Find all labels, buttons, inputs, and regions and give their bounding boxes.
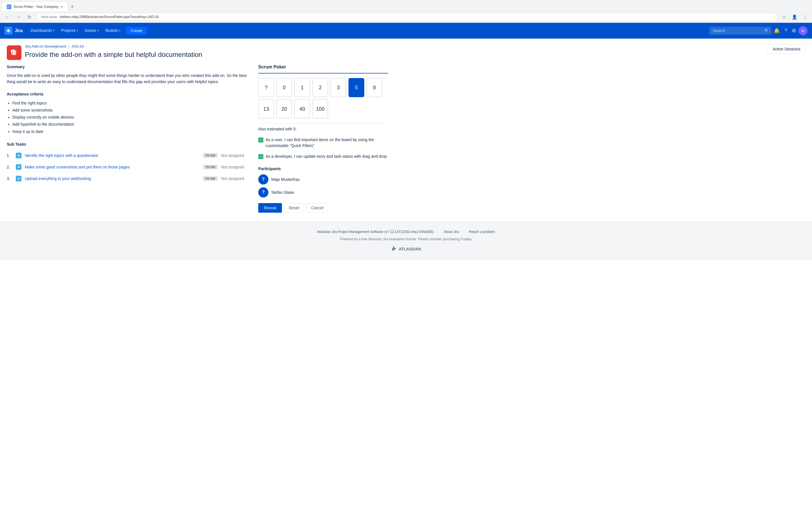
summary-title: Summary [7,64,249,69]
atlassian-logo: ATLASSIAN [7,245,805,252]
forward-button[interactable]: → [15,13,22,20]
participant-1-avatar: ? [258,174,268,184]
criteria-item: Display correctly on mobile devices [12,114,249,121]
footer-report-link[interactable]: Report a problem [469,230,495,234]
criteria-list: Find the right topics Add some screensho… [7,100,249,135]
estimated-item-2-icon: ✓ [258,154,263,159]
poker-card-1[interactable]: 1 [294,78,310,97]
reveal-button[interactable]: Reveal [258,203,282,213]
atlassian-label: ATLASSIAN [399,247,421,251]
breadcrumb-area: ♠ Jira Add-on Development / JAD-24 Provi… [0,39,812,64]
breadcrumb-issue-key[interactable]: JAD-24 [71,44,84,48]
criteria-item: Keep it up to date [12,128,249,135]
address-url-text: stefans-mbp:2990/jira/secure/ScrumPoker.… [59,15,158,19]
search-icon: 🔍 [764,29,769,33]
action-buttons: Reveal Reset Cancel [258,203,388,213]
issues-label: Issues [85,28,96,33]
atlassian-icon [391,245,396,252]
divider-1 [258,123,388,123]
criteria-item: Add hyperlink to the documentation [12,121,249,128]
subtask-3-number: 3. [7,176,12,181]
close-tab-button[interactable]: × [61,4,63,9]
active-sessions-button[interactable]: Active Sessions [768,44,805,54]
svg-text:♠: ♠ [12,51,13,54]
notifications-button[interactable]: 🔔 [771,26,782,36]
poker-card-100[interactable]: 100 [312,100,328,119]
scrum-poker-logo: ♠ [7,45,21,60]
participant-1: ? Maja Musterfrau [258,174,388,184]
subtask-1-link[interactable]: Identify the right topics with a questio… [25,153,200,158]
breadcrumb-separator: / [68,44,69,48]
new-tab-button[interactable]: + [68,3,76,11]
subtask-1-assignee: Not assigned [221,153,249,158]
subtasks-title: Sub Tasks [7,142,249,147]
active-tab[interactable]: SP Scrum Poker - Your Company × [2,2,67,11]
footer-links: Atlassian Jira Project Management Softwa… [7,230,805,234]
boards-label: Boards [105,28,118,33]
jira-logo-icon [4,27,12,35]
issues-arrow: ▾ [97,29,99,32]
footer-sep-1: · [438,230,439,234]
participant-2-name: Stefan Glase [271,190,294,194]
security-indicator: Nicht sicher [41,15,57,18]
jira-logo-text: Jira [15,28,22,33]
user-avatar[interactable]: U [799,26,808,35]
acceptance-criteria-section: Acceptance criteria Find the right topic… [7,92,249,135]
subtask-3-link[interactable]: Upload everything to your webhosting [25,176,200,181]
poker-cards: ? 0 1 2 3 5 8 13 20 40 100 [258,78,388,119]
issue-content: Summary Once the add-on is used by other… [7,64,249,213]
address-bar-area: ← → ↻ Nicht sicher stefans-mbp:2990/jira… [0,11,812,22]
menu-button[interactable]: ⋮ [802,13,809,21]
reset-button[interactable]: Reset [284,203,304,213]
reload-button[interactable]: ↻ [26,13,33,21]
create-button[interactable]: Create [126,27,147,35]
dashboards-label: Dashboards [31,28,52,33]
poker-card-20[interactable]: 20 [276,100,292,119]
estimated-item-1-icon: ✓ [258,137,263,143]
scrum-poker-panel: Scrum Poker ? 0 1 2 3 5 8 13 20 40 100 A… [258,64,388,213]
participant-1-name: Maja Musterfrau [271,177,300,182]
bookmark-button[interactable]: ☆ [781,13,787,21]
footer-powered-text: Powered by a free Atlassian Jira evaluat… [7,237,805,241]
poker-card-3[interactable]: 3 [331,78,346,97]
nav-boards[interactable]: Boards ▾ [102,23,124,39]
search-input[interactable] [709,27,771,35]
projects-label: Projects [61,28,75,33]
jira-navbar: Jira Dashboards ▾ Projects ▾ Issues ▾ Bo… [0,23,812,39]
address-input[interactable]: Nicht sicher stefans-mbp:2990/jira/secur… [36,13,777,21]
footer-about-link[interactable]: About Jira [444,230,459,234]
cancel-button[interactable]: Cancel [306,203,328,213]
nav-dashboards[interactable]: Dashboards ▾ [27,23,58,39]
subtask-2-link[interactable]: Make some good screenshots and put them … [25,165,200,169]
estimated-item-1-text: As a user, I can find important items on… [266,137,388,149]
poker-card-8[interactable]: 8 [366,78,382,97]
help-button[interactable]: ? [782,26,790,36]
nav-projects[interactable]: Projects ▾ [58,23,82,39]
poker-card-0[interactable]: 0 [276,78,292,97]
subtask-3-icon: ■ [16,176,21,181]
estimated-item-2: ✓ As a developer, I can update story and… [258,151,388,162]
tab-favicon: SP [7,4,11,9]
poker-card-question[interactable]: ? [258,78,274,97]
breadcrumb-project[interactable]: Jira Add-on Development [25,44,66,48]
subtask-2-assignee: Not assigned [221,165,249,169]
subtask-1-status: TO DO [203,153,218,158]
projects-arrow: ▾ [77,29,78,32]
subtask-1-number: 1. [7,153,12,158]
poker-card-5[interactable]: 5 [349,78,364,97]
back-button[interactable]: ← [3,13,11,20]
subtask-row: 3. ■ Upload everything to your webhostin… [7,173,249,184]
tab-bar: SP Scrum Poker - Your Company × + [0,0,812,11]
summary-section: Summary Once the add-on is used by other… [7,64,249,85]
poker-card-13[interactable]: 13 [258,100,274,119]
nav-issues[interactable]: Issues ▾ [82,23,102,39]
acceptance-criteria-title: Acceptance criteria [7,92,249,96]
also-estimated-label: Also estimated with 5: [258,127,388,131]
settings-button[interactable]: ⚙ [790,26,799,36]
criteria-item: Add some screenshots [12,107,249,114]
jira-logo[interactable]: Jira [4,27,22,35]
profile-button[interactable]: 👤 [791,13,799,21]
tab-title: Scrum Poker - Your Company [13,5,58,9]
poker-card-40[interactable]: 40 [294,100,310,119]
poker-card-2[interactable]: 2 [312,78,328,97]
